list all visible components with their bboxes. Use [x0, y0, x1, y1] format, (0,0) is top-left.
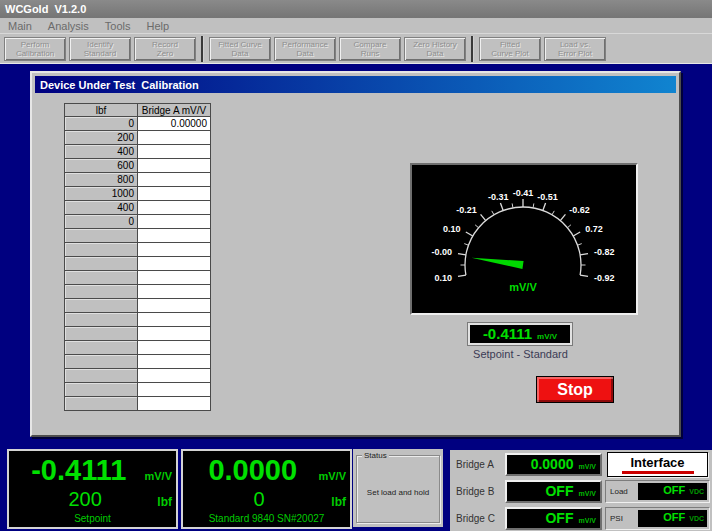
- value-cell[interactable]: [138, 131, 211, 145]
- toolbar-button-zero-history-data[interactable]: Zero HistoryData: [404, 37, 466, 61]
- value-cell[interactable]: [138, 257, 211, 271]
- gauge-tick-label: -0.41: [513, 188, 534, 198]
- table-row: [65, 369, 211, 383]
- status-message: Set load and hold: [357, 488, 439, 497]
- value-cell[interactable]: [138, 201, 211, 215]
- toolbar-separator: [201, 36, 204, 62]
- gauge-minor-tick: [492, 211, 494, 215]
- toolbar-button-performance-data[interactable]: PerformanceData: [274, 37, 336, 61]
- load-cell: [65, 271, 138, 285]
- bridge-label: Bridge B: [456, 486, 505, 497]
- aux-value: OFF: [663, 483, 685, 498]
- table-row: 400: [65, 201, 211, 215]
- bridge-row-bridge-a: Bridge A0.0000mV/V: [456, 453, 606, 476]
- bridge-unit: mV/V: [578, 490, 596, 497]
- toolbar-button-compare-runs[interactable]: CompareRuns: [339, 37, 401, 61]
- gauge-major-tick: [573, 232, 580, 236]
- value-cell[interactable]: [138, 271, 211, 285]
- gauge-major-tick: [500, 203, 503, 211]
- gauge-major-tick: [580, 254, 588, 255]
- aux-unit: VDC: [689, 488, 704, 495]
- value-cell[interactable]: [138, 285, 211, 299]
- toolbar-button-record-zero[interactable]: RecordZero: [134, 37, 196, 61]
- aux-display: OFFVDC: [638, 483, 707, 500]
- load-cell: 200: [65, 131, 138, 145]
- gauge-needle: [472, 258, 524, 269]
- table-row: [65, 299, 211, 313]
- value-cell[interactable]: [138, 355, 211, 369]
- toolbar-button-load-vs-error-plot[interactable]: Load vs.Error Plot: [544, 37, 606, 61]
- value-cell[interactable]: [138, 383, 211, 397]
- setpoint-load-value: 200: [13, 488, 157, 510]
- menu-item-tools[interactable]: Tools: [97, 19, 139, 33]
- table-row: [65, 397, 211, 411]
- toolbar-button-perform-calibration[interactable]: PerformCalibration: [4, 37, 66, 61]
- toolbar-button-fitted-curve-data[interactable]: Fitted CurveData: [209, 37, 271, 61]
- table-row: 0: [65, 215, 211, 229]
- value-cell[interactable]: [138, 299, 211, 313]
- bridge-label: Bridge A: [456, 459, 505, 470]
- menu-item-analysis[interactable]: Analysis: [40, 19, 97, 33]
- toolbar-button-identify-standard[interactable]: IdentifyStandard: [69, 37, 131, 61]
- standard-mv-value: 0.0000: [187, 452, 318, 488]
- status-panel: Status Set load and hold: [353, 449, 443, 527]
- toolbar-button-fitted-curve-plot[interactable]: FittedCurve Plot: [479, 37, 541, 61]
- bridge-display: OFFmV/V: [505, 507, 602, 530]
- table-row: 600: [65, 159, 211, 173]
- gauge-tick-label: 0.72: [585, 224, 603, 234]
- standard-load-value: 0: [187, 488, 331, 510]
- table-row: [65, 383, 211, 397]
- setpoint-mv-value: -0.4111: [13, 452, 144, 488]
- interface-button[interactable]: Interface: [607, 452, 708, 477]
- value-cell[interactable]: [138, 397, 211, 411]
- value-cell[interactable]: [138, 229, 211, 243]
- load-cell: [65, 243, 138, 257]
- load-cell: 600: [65, 159, 138, 173]
- app-title: WCGold V1.2.0: [5, 3, 86, 15]
- gauge-minor-tick: [552, 211, 554, 215]
- column-header-bridge-a: Bridge A mV/V: [138, 104, 211, 117]
- app-screen: WCGold V1.2.0 MainAnalysisToolsHelp Perf…: [0, 0, 712, 531]
- setpoint-caption: Setpoint: [13, 512, 172, 526]
- value-cell[interactable]: [138, 313, 211, 327]
- gauge-tick-label: -0.51: [537, 192, 558, 202]
- setpoint-mv-unit: mV/V: [144, 470, 172, 482]
- load-cell: 400: [65, 201, 138, 215]
- value-cell[interactable]: 0.00000: [138, 117, 211, 131]
- gauge-major-tick: [466, 232, 473, 236]
- status-title: Status: [362, 451, 389, 460]
- table-row: [65, 341, 211, 355]
- bridge-row-bridge-c: Bridge COFFmV/V: [456, 507, 606, 530]
- load-cell: 0: [65, 117, 138, 131]
- value-cell[interactable]: [138, 327, 211, 341]
- value-cell[interactable]: [138, 369, 211, 383]
- setpoint-mv-row: -0.4111 mV/V: [13, 452, 172, 488]
- bridge-row-bridge-b: Bridge BOFFmV/V: [456, 480, 606, 503]
- bridge-label: Bridge C: [456, 513, 505, 524]
- toolbar: PerformCalibrationIdentifyStandardRecord…: [0, 34, 712, 64]
- value-cell[interactable]: [138, 243, 211, 257]
- value-cell[interactable]: [138, 187, 211, 201]
- value-cell[interactable]: [138, 173, 211, 187]
- value-cell[interactable]: [138, 145, 211, 159]
- aux-display: OFFVDC: [638, 510, 707, 527]
- readout-caption: Setpoint - Standard: [438, 348, 603, 360]
- stop-button[interactable]: Stop: [536, 376, 614, 403]
- setpoint-display: -0.4111 mV/V 200 lbf Setpoint: [7, 449, 178, 529]
- difference-unit: mV/V: [537, 332, 557, 341]
- table-row: [65, 229, 211, 243]
- interface-underline: [622, 471, 694, 474]
- value-cell[interactable]: [138, 159, 211, 173]
- load-cell: 0: [65, 215, 138, 229]
- gauge-tick-label: -0.82: [594, 247, 615, 257]
- load-cell: 400: [65, 145, 138, 159]
- bridge-display: OFFmV/V: [505, 480, 602, 503]
- gauge-tick-label: -0.31: [488, 192, 509, 202]
- menu-item-help[interactable]: Help: [139, 19, 178, 33]
- load-cell: [65, 369, 138, 383]
- value-cell[interactable]: [138, 215, 211, 229]
- menu-item-main[interactable]: Main: [0, 19, 40, 33]
- table-row: [65, 285, 211, 299]
- gauge-major-tick: [458, 275, 466, 276]
- value-cell[interactable]: [138, 341, 211, 355]
